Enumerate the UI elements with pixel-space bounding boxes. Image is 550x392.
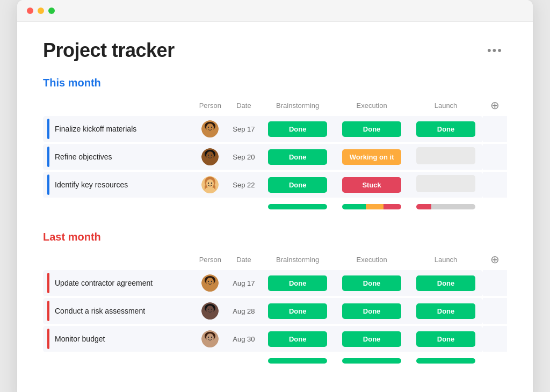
add-col <box>483 298 507 324</box>
page-header: Project tracker ••• <box>43 39 507 62</box>
avatar <box>201 274 219 292</box>
row-border <box>47 273 49 293</box>
table-row: Identify key resources Sep 22 Done Stuck <box>43 172 507 198</box>
section-title: This month <box>43 77 101 89</box>
avatar <box>201 330 219 347</box>
task-name: Identify key resources <box>55 180 128 189</box>
sections-container: This month Person Date Brainstorming Exe… <box>43 77 507 366</box>
date-cell: Sep 20 <box>227 144 261 170</box>
svg-point-22 <box>208 281 209 282</box>
title-bar <box>17 0 533 22</box>
brainstorming-cell[interactable]: Done <box>260 116 335 142</box>
svg-point-28 <box>208 309 209 310</box>
launch-cell[interactable] <box>409 172 483 198</box>
add-col <box>483 172 507 198</box>
brainstorming-cell[interactable]: Done <box>260 326 335 352</box>
launch-cell[interactable]: Done <box>409 298 483 324</box>
svg-point-23 <box>211 281 212 282</box>
close-dot <box>27 8 33 14</box>
th-add[interactable]: ⊕ <box>483 95 507 116</box>
th-task <box>43 249 193 270</box>
execution-summary <box>335 200 409 212</box>
person-cell <box>193 172 227 198</box>
date-cell: Sep 17 <box>227 116 261 142</box>
table-row: Refine objectives Sep 20 Done Working on… <box>43 144 507 170</box>
table-row: Update contractor agreement Aug 17 Done … <box>43 270 507 296</box>
th-add[interactable]: ⊕ <box>483 249 507 270</box>
task-name: Update contractor agreement <box>55 279 153 287</box>
execution-cell[interactable]: Done <box>335 326 409 352</box>
svg-point-27 <box>206 306 214 314</box>
task-name-cell: Update contractor agreement <box>47 273 189 293</box>
launch-cell[interactable]: Done <box>409 116 483 142</box>
svg-point-10 <box>211 155 212 156</box>
th-brainstorming: Brainstorming <box>260 249 335 270</box>
person-cell <box>193 326 227 352</box>
th-task <box>43 95 193 116</box>
brainstorming-cell[interactable]: Done <box>260 270 335 296</box>
person-cell <box>193 144 227 170</box>
avatar <box>201 176 219 193</box>
add-col <box>483 326 507 352</box>
brainstorming-cell[interactable]: Done <box>260 144 335 170</box>
th-execution: Execution <box>335 249 409 270</box>
task-name-cell: Identify key resources <box>47 175 189 195</box>
app-window: Project tracker ••• This month Person Da… <box>17 0 533 392</box>
task-name-cell: Refine objectives <box>47 147 189 167</box>
svg-point-34 <box>208 337 209 338</box>
svg-point-33 <box>206 333 214 342</box>
expand-dot <box>48 8 55 14</box>
svg-point-9 <box>208 155 209 156</box>
svg-point-16 <box>208 183 209 184</box>
th-brainstorming: Brainstorming <box>260 95 335 116</box>
summary-row <box>43 200 507 212</box>
svg-point-3 <box>208 127 209 128</box>
table-header-row: Person Date Brainstorming Execution Laun… <box>43 249 507 270</box>
execution-summary <box>335 354 409 366</box>
section-last-month: Last month Person Date Brainstorming Exe… <box>43 231 507 366</box>
date-cell: Aug 17 <box>227 270 261 296</box>
task-table: Person Date Brainstorming Execution Laun… <box>43 249 507 366</box>
svg-point-2 <box>206 124 214 132</box>
execution-cell[interactable]: Done <box>335 116 409 142</box>
svg-point-17 <box>211 183 212 184</box>
execution-cell[interactable]: Working on it <box>335 144 409 170</box>
task-name-cell: Monitor budget <box>47 329 189 349</box>
add-column-button[interactable]: ⊕ <box>487 98 503 113</box>
brainstorming-cell[interactable]: Done <box>260 298 335 324</box>
brainstorming-cell[interactable]: Done <box>260 172 335 198</box>
more-button[interactable]: ••• <box>483 41 507 60</box>
summary-row <box>43 354 507 366</box>
section-header: Last month <box>43 231 507 243</box>
launch-summary <box>409 354 483 366</box>
brainstorming-summary <box>260 200 335 212</box>
avatar <box>201 120 219 137</box>
task-name: Refine objectives <box>55 153 112 161</box>
date-cell: Aug 30 <box>227 326 261 352</box>
avatar <box>201 302 219 320</box>
section-title: Last month <box>43 231 101 243</box>
task-table: Person Date Brainstorming Execution Laun… <box>43 95 507 212</box>
page-title: Project tracker <box>43 39 175 62</box>
add-column-button[interactable]: ⊕ <box>487 252 503 267</box>
launch-cell[interactable] <box>409 144 483 170</box>
launch-cell[interactable]: Done <box>409 270 483 296</box>
execution-cell[interactable]: Done <box>335 270 409 296</box>
launch-cell[interactable]: Done <box>409 326 483 352</box>
table-row: Conduct a risk assessment Aug 28 Done Do… <box>43 298 507 324</box>
svg-point-4 <box>211 127 212 128</box>
execution-cell[interactable]: Done <box>335 298 409 324</box>
row-border <box>47 147 49 167</box>
th-date: Date <box>227 249 261 270</box>
person-cell <box>193 270 227 296</box>
svg-point-15 <box>206 179 214 188</box>
th-person: Person <box>193 95 227 116</box>
execution-cell[interactable]: Stuck <box>335 172 409 198</box>
table-row: Monitor budget Aug 30 Done Done <box>43 326 507 352</box>
svg-point-8 <box>206 151 214 160</box>
minimize-dot <box>38 8 44 14</box>
person-cell <box>193 298 227 324</box>
brainstorming-summary <box>260 354 335 366</box>
section-header: This month <box>43 77 507 89</box>
row-border <box>47 119 49 139</box>
